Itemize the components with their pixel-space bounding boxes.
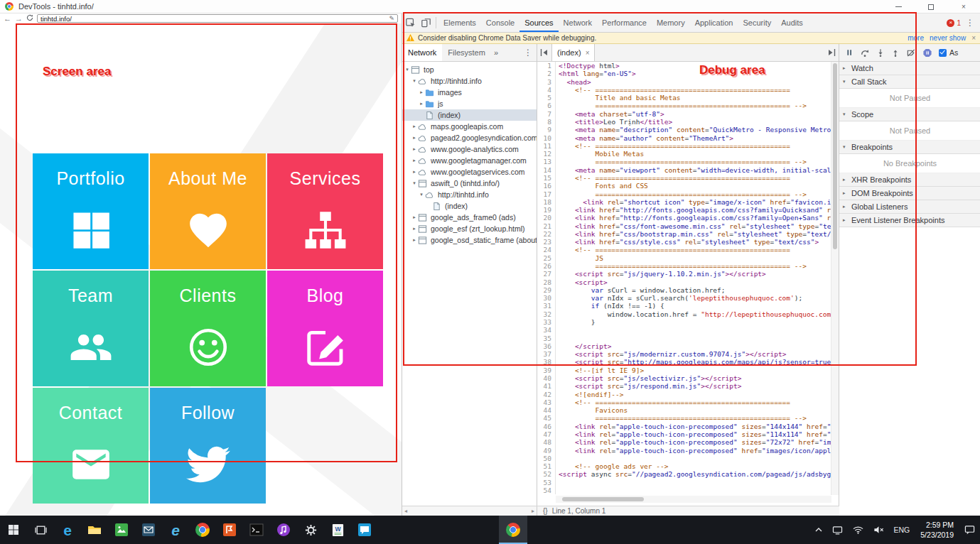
line-number[interactable]: 7 bbox=[537, 110, 556, 118]
tab-network-files[interactable]: Network bbox=[402, 44, 442, 61]
tile-clients[interactable]: Clients bbox=[150, 271, 266, 386]
edge-icon[interactable]: e bbox=[54, 516, 81, 544]
maximize-button[interactable] bbox=[915, 0, 947, 13]
line-number[interactable]: 51 bbox=[537, 462, 556, 470]
green-app-icon[interactable] bbox=[108, 516, 135, 544]
never-show-link[interactable]: never show bbox=[930, 34, 966, 42]
line-number[interactable]: 45 bbox=[537, 414, 556, 422]
start-button[interactable] bbox=[0, 516, 27, 544]
tile-contact[interactable]: Contact bbox=[33, 388, 149, 504]
devtools-menu-icon[interactable]: ⋮ bbox=[966, 18, 974, 28]
word-app-icon[interactable]: W bbox=[324, 516, 351, 544]
tree-item-pagead2-googlesyndication-com[interactable]: ▸pagead2.googlesyndication.com bbox=[402, 132, 537, 143]
pause-icon[interactable] bbox=[845, 48, 854, 57]
internet-explorer-icon[interactable]: e bbox=[162, 516, 189, 544]
warning-close-icon[interactable]: × bbox=[971, 34, 976, 42]
tree-item-google-ads-frame0-ads-[interactable]: ▸google_ads_frame0 (ads) bbox=[402, 212, 537, 223]
tile-portfolio[interactable]: Portfolio bbox=[33, 153, 149, 269]
scroll-left-icon[interactable]: ◂ bbox=[404, 508, 407, 514]
section-event-listener-breakpoints[interactable]: ▸Event Listener Breakpoints bbox=[839, 214, 980, 227]
line-number[interactable]: 54 bbox=[537, 486, 556, 494]
orange-app-icon[interactable] bbox=[216, 516, 243, 544]
tree-item-www-google-analytics-com[interactable]: ▸www.google-analytics.com bbox=[402, 143, 537, 155]
line-number[interactable]: 3 bbox=[537, 78, 556, 86]
tree-item-http-tinhtd-info[interactable]: ▾http://tinhtd.info bbox=[402, 75, 537, 87]
line-number[interactable]: 25 bbox=[537, 254, 556, 262]
tree-item-aswift-0-tinhtd-info-[interactable]: ▾aswift_0 (tinhtd.info/) bbox=[402, 178, 537, 189]
line-number[interactable]: 36 bbox=[537, 342, 556, 350]
tile-team[interactable]: Team bbox=[33, 271, 149, 386]
line-number[interactable]: 53 bbox=[537, 479, 556, 486]
chrome-active-icon[interactable] bbox=[499, 516, 527, 544]
line-number[interactable]: 37 bbox=[537, 350, 556, 358]
line-number[interactable]: 44 bbox=[537, 406, 556, 414]
line-number[interactable]: 18 bbox=[537, 198, 556, 206]
tab-console[interactable]: Console bbox=[481, 13, 519, 32]
tab-elements[interactable]: Elements bbox=[438, 13, 481, 32]
tree-item-google-osd-static-frame-about-bla[interactable]: ▸google_osd_static_frame (about:bla bbox=[402, 234, 537, 246]
device-toolbar-icon[interactable] bbox=[419, 16, 432, 29]
line-number[interactable]: 29 bbox=[537, 286, 556, 294]
line-number[interactable]: 38 bbox=[537, 358, 556, 366]
line-number[interactable]: 33 bbox=[537, 318, 556, 326]
async-checkbox[interactable]: As bbox=[939, 48, 958, 57]
line-number[interactable]: 5 bbox=[537, 94, 556, 102]
line-number[interactable]: 28 bbox=[537, 278, 556, 286]
ball-app-icon[interactable] bbox=[189, 516, 216, 544]
step-into-icon[interactable] bbox=[876, 48, 885, 58]
line-number[interactable]: 22 bbox=[537, 230, 556, 238]
mail-icon[interactable] bbox=[135, 516, 162, 544]
back-button[interactable]: ← bbox=[4, 15, 11, 23]
tab-performance[interactable]: Performance bbox=[597, 13, 652, 32]
hide-navigator-icon[interactable] bbox=[537, 48, 551, 57]
address-bar[interactable]: tinhtd.info/ ✎ bbox=[37, 14, 398, 23]
tab-scroll-right-icon[interactable] bbox=[824, 48, 839, 57]
line-number[interactable]: 48 bbox=[537, 438, 556, 446]
section-xhr-breakpoints[interactable]: ▸XHR Breakpoints bbox=[839, 173, 980, 187]
line-number[interactable]: 41 bbox=[537, 382, 556, 390]
tree-item-js[interactable]: ▸js bbox=[402, 98, 537, 109]
line-number[interactable]: 4 bbox=[537, 86, 556, 94]
line-number[interactable]: 17 bbox=[537, 190, 556, 198]
line-number[interactable]: 20 bbox=[537, 214, 556, 222]
section-dom-breakpoints[interactable]: ▸DOM Breakpoints bbox=[839, 187, 980, 200]
language-indicator[interactable]: ENG bbox=[889, 516, 915, 544]
tile-blog[interactable]: Blog bbox=[267, 271, 383, 386]
music-app-icon[interactable] bbox=[270, 516, 297, 544]
clock[interactable]: 2:59 PM 5/23/2019 bbox=[915, 520, 959, 540]
tree-item-www-googletagmanager-com[interactable]: ▸www.googletagmanager.com bbox=[402, 155, 537, 166]
scrollbar-thumb[interactable] bbox=[833, 63, 837, 249]
line-number[interactable]: 34 bbox=[537, 326, 556, 334]
line-number[interactable]: 26 bbox=[537, 262, 556, 270]
reload-button[interactable] bbox=[26, 14, 33, 23]
line-number[interactable]: 10 bbox=[537, 134, 556, 142]
tile-services[interactable]: Services bbox=[267, 153, 383, 269]
line-number[interactable]: 11 bbox=[537, 142, 556, 150]
inspect-element-icon[interactable] bbox=[404, 16, 416, 29]
line-number[interactable]: 40 bbox=[537, 374, 556, 382]
tile-about-me[interactable]: About Me bbox=[150, 153, 266, 269]
error-badge[interactable]: × 1 bbox=[947, 19, 961, 27]
line-number[interactable]: 32 bbox=[537, 310, 556, 318]
deactivate-breakpoints-icon[interactable] bbox=[906, 48, 916, 58]
hidden-icons-chevron[interactable] bbox=[810, 516, 827, 544]
scroll-right-icon[interactable]: ▸ bbox=[532, 508, 534, 514]
line-number[interactable]: 1 bbox=[537, 62, 556, 70]
tile-follow[interactable]: Follow bbox=[150, 388, 266, 504]
line-number[interactable]: 21 bbox=[537, 222, 556, 230]
display-icon[interactable] bbox=[827, 516, 848, 544]
line-number[interactable]: 50 bbox=[537, 455, 556, 462]
line-number[interactable]: 27 bbox=[537, 270, 556, 278]
step-out-icon[interactable] bbox=[891, 48, 900, 58]
tab-application[interactable]: Application bbox=[690, 13, 738, 32]
section-breakpoints[interactable]: ▾Breakpoints bbox=[839, 141, 980, 154]
horizontal-scrollbar[interactable] bbox=[556, 496, 831, 503]
tree-item-images[interactable]: ▸images bbox=[402, 87, 537, 98]
file-explorer-icon[interactable] bbox=[81, 516, 108, 544]
line-number[interactable]: 19 bbox=[537, 206, 556, 214]
line-number[interactable]: 35 bbox=[537, 334, 556, 342]
settings-icon[interactable] bbox=[297, 516, 324, 544]
tab-filesystem[interactable]: Filesystem bbox=[442, 44, 491, 61]
edit-url-icon[interactable]: ✎ bbox=[389, 15, 394, 22]
action-center-icon[interactable] bbox=[959, 516, 980, 544]
